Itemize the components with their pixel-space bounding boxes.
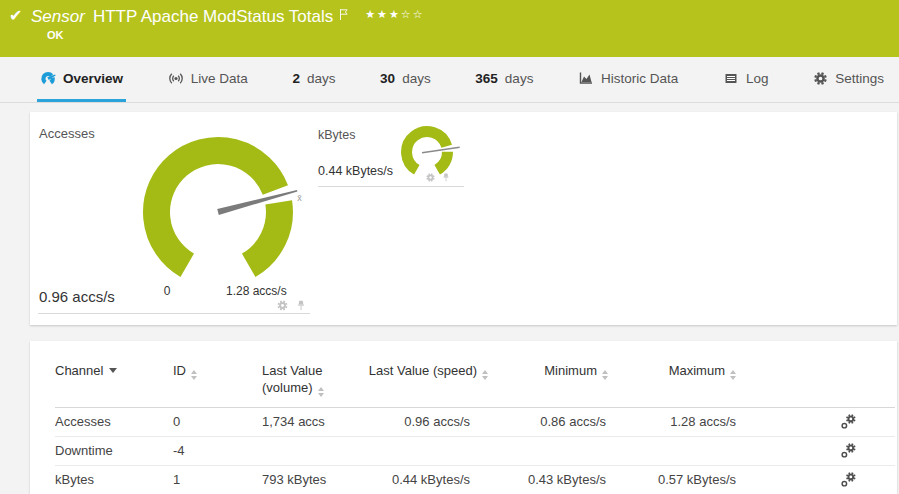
tab-30-days[interactable]: 30 days <box>377 57 434 102</box>
status-badge: OK <box>47 29 64 41</box>
channel-table-body: Accesses01,734 accs0.96 accs/s0.86 accs/… <box>55 407 895 494</box>
tab-log[interactable]: Log <box>720 57 772 102</box>
divider <box>318 186 464 187</box>
table-row: kBytes1793 kBytes0.44 kBytes/s0.43 kByte… <box>55 465 895 494</box>
cell-last_speed: 0.96 accs/s <box>368 407 500 436</box>
channel-settings-icon[interactable] <box>840 471 857 488</box>
divider <box>38 313 310 314</box>
column-header-channel[interactable]: Channel <box>55 363 173 407</box>
cell-channel: Downtime <box>55 436 173 465</box>
accesses-scale-max: 1.28 accs/s <box>226 284 287 298</box>
column-header-last-value-speed[interactable]: Last Value (speed) <box>368 363 500 407</box>
table-row: Accesses01,734 accs0.96 accs/s0.86 accs/… <box>55 407 895 436</box>
gauge-settings-gear-icon[interactable] <box>276 299 289 312</box>
ok-check-icon: ✔ <box>9 6 22 25</box>
gauges-panel: Accesses x̄ 0 1.28 accs/s 0.96 accs/s kB… <box>30 112 897 325</box>
table-header-row: Channel ID Last Value (volume) Last Valu… <box>55 363 895 407</box>
log-list-icon <box>723 70 739 86</box>
cell-actions <box>748 407 895 436</box>
sort-icon <box>730 370 736 380</box>
accesses-scale-min: 0 <box>157 284 177 298</box>
cell-actions <box>748 436 895 465</box>
sort-icon <box>602 370 608 380</box>
sort-icon <box>482 370 488 380</box>
cell-minimum: 0.43 kBytes/s <box>500 465 620 494</box>
cell-last_volume: 1,734 accs <box>262 407 368 436</box>
cell-last_volume: 793 kBytes <box>262 465 368 494</box>
sensor-name: HTTP Apache ModStatus Totals <box>93 7 333 27</box>
svg-text:x̄: x̄ <box>297 193 302 203</box>
cell-last_volume <box>262 436 368 465</box>
channel-settings-icon[interactable] <box>840 442 857 459</box>
kbytes-gauge-label: kBytes <box>318 128 356 142</box>
accesses-gauge-actions <box>276 299 307 312</box>
tab-label: days <box>505 71 534 86</box>
sensor-page: ✔ Sensor HTTP Apache ModStatus Totals ★★… <box>0 0 899 494</box>
gauge-icon <box>40 70 56 86</box>
tab-label: Settings <box>835 71 884 86</box>
tab-label: days <box>307 71 336 86</box>
sort-icon <box>318 387 324 397</box>
table-row: Downtime-4 <box>55 436 895 465</box>
sort-desc-icon <box>109 368 117 373</box>
column-header-last-value-volume[interactable]: Last Value (volume) <box>262 363 368 407</box>
tab-bar: Overview Live Data 2 days 30 days 365 da… <box>0 57 899 103</box>
tab-label: Historic Data <box>601 71 678 86</box>
live-data-icon <box>168 70 184 86</box>
column-header-actions <box>748 363 895 407</box>
gauge-pin-icon[interactable] <box>441 172 451 183</box>
cell-channel: kBytes <box>55 465 173 494</box>
cell-channel: Accesses <box>55 407 173 436</box>
cell-minimum <box>500 436 620 465</box>
tab-overview[interactable]: Overview <box>37 57 126 102</box>
cell-id: 0 <box>173 407 262 436</box>
channel-table: Channel ID Last Value (volume) Last Valu… <box>55 363 895 494</box>
column-header-maximum[interactable]: Maximum <box>620 363 748 407</box>
priority-stars[interactable]: ★★★☆☆ <box>365 8 424 21</box>
status-header: ✔ Sensor HTTP Apache ModStatus Totals ★★… <box>0 0 899 57</box>
tab-label: Overview <box>63 71 123 86</box>
cell-id: 1 <box>173 465 262 494</box>
object-kind-label: Sensor <box>31 7 85 27</box>
cell-id: -4 <box>173 436 262 465</box>
gauge-settings-gear-icon[interactable] <box>425 172 436 183</box>
sort-icon <box>191 370 197 380</box>
cell-maximum <box>620 436 748 465</box>
cell-actions <box>748 465 895 494</box>
cell-last_speed: 0.44 kBytes/s <box>368 465 500 494</box>
channel-settings-icon[interactable] <box>840 413 857 430</box>
accesses-current-value: 0.96 accs/s <box>39 288 115 305</box>
tab-historic-data[interactable]: Historic Data <box>575 57 681 102</box>
channels-panel: Channel ID Last Value (volume) Last Valu… <box>30 341 897 494</box>
priority-flag-icon[interactable] <box>339 8 349 21</box>
tab-settings[interactable]: Settings <box>810 57 887 102</box>
cell-minimum: 0.86 accs/s <box>500 407 620 436</box>
column-header-minimum[interactable]: Minimum <box>500 363 620 407</box>
page-title: Sensor HTTP Apache ModStatus Totals ★★★☆… <box>31 7 425 27</box>
historic-chart-icon <box>578 70 594 86</box>
accesses-gauge-label: Accesses <box>39 126 95 141</box>
kbytes-gauge-actions <box>425 172 451 183</box>
tab-live-data[interactable]: Live Data <box>165 57 251 102</box>
tab-365-days[interactable]: 365 days <box>472 57 536 102</box>
cell-maximum: 0.57 kBytes/s <box>620 465 748 494</box>
column-header-id[interactable]: ID <box>173 363 262 407</box>
gauge-pin-icon[interactable] <box>295 299 307 312</box>
tab-label: Log <box>746 71 769 86</box>
tab-label: Live Data <box>191 71 248 86</box>
gear-icon <box>813 71 828 86</box>
kbytes-current-value: 0.44 kBytes/s <box>318 164 393 178</box>
cell-maximum: 1.28 accs/s <box>620 407 748 436</box>
tab-2-days[interactable]: 2 days <box>289 57 338 102</box>
tab-label: days <box>402 71 431 86</box>
accesses-gauge[interactable]: x̄ <box>133 128 303 293</box>
cell-last_speed <box>368 436 500 465</box>
